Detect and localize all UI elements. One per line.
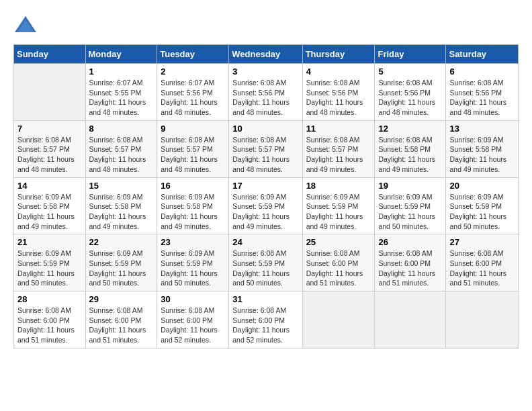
page-header <box>13 13 519 38</box>
calendar-cell: 26Sunrise: 6:08 AMSunset: 6:00 PMDayligh… <box>375 234 446 291</box>
day-info: Sunrise: 6:09 AMSunset: 5:58 PMDaylight:… <box>89 192 154 232</box>
day-number: 20 <box>449 181 515 191</box>
calendar-cell <box>375 291 446 349</box>
day-info: Sunrise: 6:08 AMSunset: 5:57 PMDaylight:… <box>161 135 225 175</box>
column-header-friday: Friday <box>375 45 446 64</box>
column-header-tuesday: Tuesday <box>157 45 229 64</box>
calendar-cell: 7Sunrise: 6:08 AMSunset: 5:57 PMDaylight… <box>14 120 86 177</box>
day-number: 17 <box>232 181 298 191</box>
day-info: Sunrise: 6:08 AMSunset: 5:57 PMDaylight:… <box>17 135 82 175</box>
day-info: Sunrise: 6:08 AMSunset: 5:59 PMDaylight:… <box>232 248 298 288</box>
calendar-week-row: 28Sunrise: 6:08 AMSunset: 6:00 PMDayligh… <box>14 291 519 349</box>
calendar-cell: 14Sunrise: 6:09 AMSunset: 5:58 PMDayligh… <box>14 177 86 234</box>
day-number: 15 <box>89 181 154 191</box>
day-info: Sunrise: 6:08 AMSunset: 6:00 PMDaylight:… <box>17 306 82 345</box>
calendar-cell: 23Sunrise: 6:09 AMSunset: 5:59 PMDayligh… <box>157 234 229 291</box>
day-info: Sunrise: 6:08 AMSunset: 5:57 PMDaylight:… <box>89 135 154 175</box>
calendar-cell: 30Sunrise: 6:08 AMSunset: 6:00 PMDayligh… <box>157 291 229 349</box>
calendar-cell: 28Sunrise: 6:08 AMSunset: 6:00 PMDayligh… <box>14 291 86 349</box>
calendar-cell: 5Sunrise: 6:08 AMSunset: 5:56 PMDaylight… <box>375 64 446 121</box>
calendar-cell: 3Sunrise: 6:08 AMSunset: 5:56 PMDaylight… <box>229 64 302 121</box>
day-info: Sunrise: 6:09 AMSunset: 5:59 PMDaylight:… <box>378 192 442 232</box>
day-number: 19 <box>378 181 442 191</box>
day-number: 27 <box>449 237 515 247</box>
day-info: Sunrise: 6:08 AMSunset: 5:56 PMDaylight:… <box>449 78 515 118</box>
day-number: 3 <box>232 66 298 77</box>
calendar-cell: 6Sunrise: 6:08 AMSunset: 5:56 PMDaylight… <box>446 64 519 121</box>
calendar-cell <box>302 291 375 349</box>
calendar-cell: 2Sunrise: 6:07 AMSunset: 5:56 PMDaylight… <box>157 64 229 121</box>
day-info: Sunrise: 6:09 AMSunset: 5:58 PMDaylight:… <box>161 192 225 232</box>
column-header-sunday: Sunday <box>14 45 86 64</box>
day-number: 23 <box>161 237 225 247</box>
day-number: 12 <box>378 124 442 134</box>
calendar-cell: 24Sunrise: 6:08 AMSunset: 5:59 PMDayligh… <box>229 234 302 291</box>
day-number: 13 <box>449 124 515 134</box>
day-number: 31 <box>232 294 298 304</box>
calendar-cell: 19Sunrise: 6:09 AMSunset: 5:59 PMDayligh… <box>375 177 446 234</box>
calendar-cell: 17Sunrise: 6:09 AMSunset: 5:59 PMDayligh… <box>229 177 302 234</box>
day-info: Sunrise: 6:07 AMSunset: 5:56 PMDaylight:… <box>161 78 225 118</box>
day-info: Sunrise: 6:08 AMSunset: 5:57 PMDaylight:… <box>232 135 298 175</box>
day-info: Sunrise: 6:08 AMSunset: 6:00 PMDaylight:… <box>306 248 371 288</box>
calendar-cell: 1Sunrise: 6:07 AMSunset: 5:55 PMDaylight… <box>85 64 157 121</box>
day-info: Sunrise: 6:07 AMSunset: 5:55 PMDaylight:… <box>89 78 154 118</box>
calendar-cell <box>446 291 519 349</box>
day-info: Sunrise: 6:08 AMSunset: 6:00 PMDaylight:… <box>161 306 225 345</box>
calendar-cell: 22Sunrise: 6:09 AMSunset: 5:59 PMDayligh… <box>85 234 157 291</box>
calendar-cell: 12Sunrise: 6:08 AMSunset: 5:58 PMDayligh… <box>375 120 446 177</box>
day-info: Sunrise: 6:08 AMSunset: 5:57 PMDaylight:… <box>306 135 371 175</box>
calendar-cell: 4Sunrise: 6:08 AMSunset: 5:56 PMDaylight… <box>302 64 375 121</box>
day-number: 22 <box>89 237 154 247</box>
calendar-cell: 15Sunrise: 6:09 AMSunset: 5:58 PMDayligh… <box>85 177 157 234</box>
day-info: Sunrise: 6:08 AMSunset: 6:00 PMDaylight:… <box>232 306 298 345</box>
day-info: Sunrise: 6:08 AMSunset: 5:56 PMDaylight:… <box>306 78 371 118</box>
day-info: Sunrise: 6:08 AMSunset: 5:56 PMDaylight:… <box>232 78 298 118</box>
calendar-header-row: SundayMondayTuesdayWednesdayThursdayFrid… <box>14 45 519 64</box>
day-info: Sunrise: 6:08 AMSunset: 6:00 PMDaylight:… <box>449 248 515 288</box>
day-number: 28 <box>17 294 82 304</box>
calendar-cell: 16Sunrise: 6:09 AMSunset: 5:58 PMDayligh… <box>157 177 229 234</box>
day-info: Sunrise: 6:09 AMSunset: 5:58 PMDaylight:… <box>17 192 82 232</box>
calendar-cell: 18Sunrise: 6:09 AMSunset: 5:59 PMDayligh… <box>302 177 375 234</box>
day-info: Sunrise: 6:08 AMSunset: 6:00 PMDaylight:… <box>89 306 154 345</box>
calendar-week-row: 7Sunrise: 6:08 AMSunset: 5:57 PMDaylight… <box>14 120 519 177</box>
day-info: Sunrise: 6:09 AMSunset: 5:59 PMDaylight:… <box>306 192 371 232</box>
calendar-cell: 11Sunrise: 6:08 AMSunset: 5:57 PMDayligh… <box>302 120 375 177</box>
calendar-cell: 13Sunrise: 6:09 AMSunset: 5:58 PMDayligh… <box>446 120 519 177</box>
calendar-cell: 31Sunrise: 6:08 AMSunset: 6:00 PMDayligh… <box>229 291 302 349</box>
calendar-cell: 10Sunrise: 6:08 AMSunset: 5:57 PMDayligh… <box>229 120 302 177</box>
day-info: Sunrise: 6:08 AMSunset: 5:58 PMDaylight:… <box>378 135 442 175</box>
calendar-week-row: 21Sunrise: 6:09 AMSunset: 5:59 PMDayligh… <box>14 234 519 291</box>
day-number: 14 <box>17 181 82 191</box>
day-number: 4 <box>306 66 371 77</box>
calendar-cell: 8Sunrise: 6:08 AMSunset: 5:57 PMDaylight… <box>85 120 157 177</box>
calendar-cell: 21Sunrise: 6:09 AMSunset: 5:59 PMDayligh… <box>14 234 86 291</box>
calendar-cell: 25Sunrise: 6:08 AMSunset: 6:00 PMDayligh… <box>302 234 375 291</box>
logo-icon <box>13 13 38 38</box>
column-header-saturday: Saturday <box>446 45 519 64</box>
day-number: 1 <box>89 66 154 77</box>
day-number: 30 <box>161 294 225 304</box>
day-info: Sunrise: 6:09 AMSunset: 5:59 PMDaylight:… <box>232 192 298 232</box>
column-header-thursday: Thursday <box>302 45 375 64</box>
calendar-cell: 29Sunrise: 6:08 AMSunset: 6:00 PMDayligh… <box>85 291 157 349</box>
day-number: 21 <box>17 237 82 247</box>
day-info: Sunrise: 6:09 AMSunset: 5:59 PMDaylight:… <box>89 248 154 288</box>
day-number: 7 <box>17 124 82 134</box>
day-number: 10 <box>232 124 298 134</box>
day-number: 25 <box>306 237 371 247</box>
day-info: Sunrise: 6:09 AMSunset: 5:59 PMDaylight:… <box>17 248 82 288</box>
calendar-cell <box>14 64 86 121</box>
logo <box>13 13 42 38</box>
day-number: 26 <box>378 237 442 247</box>
day-number: 11 <box>306 124 371 134</box>
day-number: 9 <box>161 124 225 134</box>
day-info: Sunrise: 6:09 AMSunset: 5:59 PMDaylight:… <box>449 192 515 232</box>
day-info: Sunrise: 6:09 AMSunset: 5:59 PMDaylight:… <box>161 248 225 288</box>
calendar-cell: 20Sunrise: 6:09 AMSunset: 5:59 PMDayligh… <box>446 177 519 234</box>
calendar-week-row: 1Sunrise: 6:07 AMSunset: 5:55 PMDaylight… <box>14 64 519 121</box>
day-number: 29 <box>89 294 154 304</box>
calendar-table: SundayMondayTuesdayWednesdayThursdayFrid… <box>13 44 519 349</box>
day-number: 5 <box>378 66 442 77</box>
